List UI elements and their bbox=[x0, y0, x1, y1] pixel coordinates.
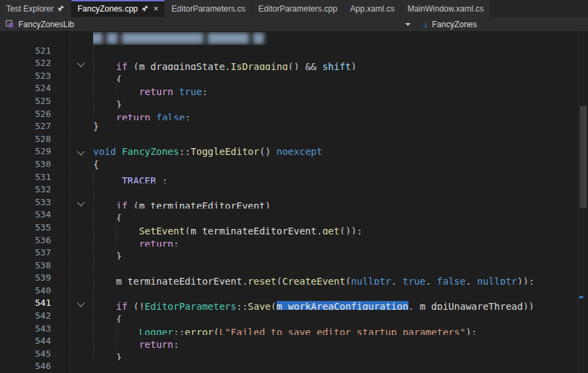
code-token: () bbox=[288, 61, 305, 70]
code-token: L"Failed to save editor startup paramete… bbox=[219, 326, 465, 335]
tab-fancyzones-cpp[interactable]: FancyZones.cpp× bbox=[71, 0, 165, 17]
code-token: return bbox=[139, 339, 173, 348]
tab-test-explorer[interactable]: Test Explorer bbox=[0, 0, 71, 17]
tab-editorparameters-cpp[interactable]: EditorParameters.cpp bbox=[252, 0, 344, 17]
code-line[interactable]: 534{ bbox=[0, 209, 588, 221]
code-line[interactable]: 521 bbox=[0, 45, 588, 58]
fold-chevron-icon[interactable] bbox=[77, 198, 84, 206]
fold-margin bbox=[51, 108, 93, 121]
code-token: , bbox=[466, 276, 477, 285]
code-token: EditorParameters bbox=[145, 301, 237, 310]
pin-icon[interactable] bbox=[57, 5, 65, 12]
code-token: nullptr bbox=[351, 276, 391, 285]
code-text: } bbox=[93, 95, 588, 108]
code-text: SetEvent(m_terminateEditorEvent.get()); bbox=[93, 221, 588, 234]
code-token: :: bbox=[179, 146, 190, 157]
code-line[interactable]: 524return true; bbox=[0, 82, 588, 95]
fold-chevron-icon[interactable] bbox=[77, 300, 84, 307]
code-token: :: bbox=[173, 326, 185, 335]
line-number: 527 bbox=[0, 120, 51, 133]
code-line[interactable]: 523{ bbox=[0, 70, 588, 83]
code-line[interactable]: 535SetEvent(m_terminateEditorEvent.get()… bbox=[0, 221, 588, 234]
code-line[interactable]: 522if (m_draggingState.IsDragging() && s… bbox=[0, 57, 588, 70]
code-text: } bbox=[93, 348, 588, 361]
code-line[interactable]: 528 bbox=[0, 133, 588, 146]
code-text: return true; bbox=[93, 82, 588, 95]
fold-margin bbox=[51, 57, 93, 70]
code-text bbox=[93, 360, 588, 373]
tab-editorparameters-cs[interactable]: EditorParameters.cs bbox=[165, 0, 252, 17]
code-line[interactable]: 531_TRACER_; bbox=[0, 171, 588, 184]
code-token: } bbox=[116, 99, 122, 108]
code-text: { bbox=[93, 310, 588, 323]
fold-margin bbox=[51, 297, 93, 310]
scrollbar-thumb[interactable] bbox=[580, 106, 587, 208]
code-token: if bbox=[116, 200, 128, 209]
vertical-scrollbar[interactable] bbox=[578, 31, 588, 373]
fold-margin bbox=[51, 360, 93, 373]
fold-margin bbox=[51, 95, 93, 108]
code-text bbox=[93, 285, 588, 298]
code-line[interactable]: 541if (!EditorParameters::Save(m_workAre… bbox=[0, 297, 588, 310]
code-line[interactable]: 543Logger::error(L"Failed to save editor… bbox=[0, 323, 588, 336]
code-token: m_dpiUnawareThread bbox=[419, 301, 523, 310]
code-token: } bbox=[116, 351, 122, 360]
code-line[interactable]: 529void FancyZones::ToggleEditor() noexc… bbox=[0, 145, 588, 158]
indent-guide bbox=[93, 348, 116, 361]
fold-margin bbox=[51, 183, 93, 196]
tab-label: Test Explorer bbox=[6, 4, 54, 14]
code-line[interactable]: 530{ bbox=[0, 158, 588, 171]
fold-chevron-icon[interactable] bbox=[77, 60, 84, 67]
code-line[interactable]: 537} bbox=[0, 247, 588, 260]
tab-mainwindow-xaml-cs[interactable]: MainWindow.xaml.cs bbox=[401, 0, 490, 17]
code-line[interactable]: 538 bbox=[0, 260, 588, 272]
close-icon[interactable]: × bbox=[154, 4, 159, 13]
indent-guide bbox=[93, 209, 116, 221]
code-token: ) bbox=[265, 200, 271, 209]
code-token: ) bbox=[351, 61, 356, 70]
indent-guide bbox=[93, 310, 116, 323]
line-number: 541 bbox=[0, 297, 51, 310]
fold-margin bbox=[51, 120, 93, 133]
code-line[interactable]: 545} bbox=[0, 348, 588, 361]
code-token: IsDragging bbox=[230, 61, 288, 70]
code-line[interactable]: ██████ ██ ████████████████ ████████ ██ bbox=[0, 32, 588, 45]
code-token: if bbox=[116, 61, 128, 70]
pin-icon[interactable] bbox=[141, 5, 149, 12]
code-token: . bbox=[317, 226, 322, 234]
line-number: 539 bbox=[0, 272, 51, 285]
code-token: (! bbox=[128, 301, 145, 310]
code-line[interactable]: 539m_terminateEditorEvent.reset(CreateEv… bbox=[0, 272, 588, 285]
code-line[interactable]: 525} bbox=[0, 95, 588, 108]
code-line[interactable]: 540 bbox=[0, 285, 588, 298]
fold-chevron-icon[interactable] bbox=[77, 148, 84, 156]
tab-app-xaml-cs[interactable]: App.xaml.cs bbox=[344, 0, 401, 17]
code-line[interactable]: 542{ bbox=[0, 310, 588, 323]
fold-margin bbox=[51, 221, 93, 234]
fold-margin bbox=[51, 158, 93, 171]
code-line[interactable]: 526return false; bbox=[0, 108, 588, 121]
line-number: 530 bbox=[0, 158, 51, 171]
project-dropdown[interactable]: FancyZonesLib bbox=[0, 17, 416, 31]
indent-guide bbox=[116, 82, 139, 95]
code-line[interactable]: 544return; bbox=[0, 335, 588, 348]
code-text: { bbox=[93, 70, 588, 83]
code-line[interactable]: 533if (m_terminateEditorEvent) bbox=[0, 196, 588, 209]
fold-margin bbox=[51, 260, 93, 272]
code-token: true bbox=[402, 276, 426, 285]
fold-margin bbox=[51, 209, 93, 221]
code-line[interactable]: 527} bbox=[0, 120, 588, 133]
code-token: noexcept bbox=[277, 146, 322, 157]
code-editor[interactable]: ██████ ██ ████████████████ ████████ ██52… bbox=[0, 32, 588, 373]
fold-margin bbox=[51, 323, 93, 336]
code-line[interactable]: 546 bbox=[0, 360, 588, 373]
code-line[interactable]: 532 bbox=[0, 183, 588, 196]
code-token: && bbox=[305, 61, 322, 70]
line-number: 521 bbox=[0, 45, 51, 58]
code-line[interactable]: 536return; bbox=[0, 234, 588, 247]
tab-label: FancyZones.cpp bbox=[77, 4, 138, 14]
scope-dropdown[interactable]: ↓ FancyZones bbox=[416, 17, 588, 31]
code-token: { bbox=[116, 73, 122, 82]
fold-margin bbox=[51, 70, 93, 83]
code-text bbox=[93, 45, 588, 58]
